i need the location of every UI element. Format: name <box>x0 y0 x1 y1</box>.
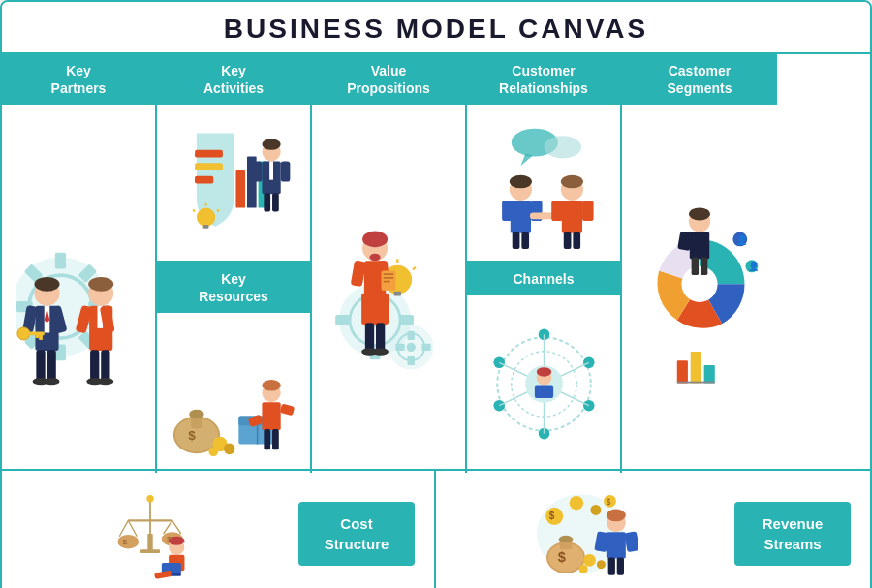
svg-rect-40 <box>235 170 245 208</box>
svg-text:$: $ <box>188 428 196 443</box>
svg-point-11 <box>35 277 60 292</box>
svg-rect-53 <box>280 162 290 182</box>
svg-line-162 <box>119 520 128 536</box>
svg-point-94 <box>362 232 388 248</box>
svg-line-167 <box>172 520 181 534</box>
svg-line-163 <box>128 520 137 536</box>
key-partners-content <box>2 105 155 473</box>
canvas-title: BUSINESS MODEL CANVAS <box>2 2 870 54</box>
revenue-streams-label: RevenueStreams <box>734 502 851 566</box>
svg-point-107 <box>372 349 389 356</box>
svg-marker-109 <box>520 154 533 167</box>
key-partners-label: KeyPartners <box>2 54 155 105</box>
svg-rect-97 <box>361 294 389 325</box>
key-activities-column: KeyActivities ✓ ✓ <box>157 54 312 473</box>
svg-rect-37 <box>195 176 213 184</box>
svg-rect-17 <box>36 351 45 383</box>
svg-point-190 <box>559 536 574 542</box>
svg-point-174 <box>169 537 184 545</box>
key-activities-content: ✓ ✓ <box>157 105 310 264</box>
svg-rect-35 <box>195 150 223 158</box>
customer-column: CustomerRelationships <box>467 54 622 473</box>
revenue-streams-cell: $ $ $ <box>436 471 870 588</box>
key-partners-cell: KeyPartners <box>2 54 157 473</box>
svg-rect-144 <box>534 386 552 399</box>
svg-rect-121 <box>551 201 563 221</box>
business-model-canvas: BUSINESS MODEL CANVAS KeyPartners <box>0 0 872 588</box>
cost-structure-cell: $ $ <box>2 471 436 588</box>
svg-rect-159 <box>701 258 707 276</box>
svg-rect-170 <box>147 534 152 551</box>
svg-point-34 <box>98 378 114 385</box>
svg-rect-44 <box>202 225 208 229</box>
svg-rect-102 <box>383 277 393 279</box>
svg-rect-114 <box>502 201 514 221</box>
svg-line-166 <box>164 520 172 534</box>
svg-rect-85 <box>408 356 415 365</box>
customer-relationships-content <box>467 105 620 264</box>
svg-rect-54 <box>264 194 270 212</box>
svg-point-172 <box>146 495 153 502</box>
svg-point-183 <box>590 505 601 515</box>
svg-rect-73 <box>272 429 279 449</box>
svg-rect-86 <box>395 344 404 351</box>
svg-rect-200 <box>617 558 624 575</box>
svg-rect-55 <box>272 194 279 212</box>
svg-rect-199 <box>608 558 615 575</box>
svg-rect-89 <box>394 292 401 296</box>
svg-text:👤: 👤 <box>748 262 760 273</box>
svg-rect-126 <box>573 232 580 249</box>
svg-rect-150 <box>677 361 688 384</box>
svg-point-63 <box>208 448 218 457</box>
svg-line-46 <box>193 210 195 212</box>
svg-rect-51 <box>269 162 273 180</box>
svg-point-49 <box>262 139 280 151</box>
svg-point-68 <box>262 380 280 391</box>
svg-point-143 <box>536 367 550 377</box>
svg-line-47 <box>217 210 219 212</box>
key-activities-label: KeyActivities <box>157 54 310 105</box>
svg-rect-24 <box>35 335 39 339</box>
svg-point-62 <box>223 444 234 455</box>
key-resources-cell: KeyResources $ <box>157 263 310 473</box>
svg-text:$: $ <box>549 511 555 521</box>
svg-rect-101 <box>383 274 393 276</box>
svg-point-21 <box>17 327 30 340</box>
svg-rect-152 <box>704 365 715 384</box>
svg-point-26 <box>88 277 113 292</box>
svg-rect-72 <box>264 429 270 449</box>
svg-rect-124 <box>521 232 529 249</box>
svg-rect-18 <box>47 351 56 383</box>
channels-content <box>467 295 620 473</box>
svg-point-130 <box>583 357 595 369</box>
svg-point-193 <box>579 565 588 573</box>
svg-rect-151 <box>691 352 701 384</box>
svg-point-145 <box>681 266 717 302</box>
svg-text:$: $ <box>123 538 127 546</box>
svg-rect-105 <box>376 324 385 353</box>
svg-rect-104 <box>365 324 374 353</box>
svg-point-164 <box>117 535 139 549</box>
svg-rect-69 <box>262 403 280 431</box>
bottom-section: $ $ <box>2 471 870 588</box>
key-activities-cell: KeyActivities ✓ ✓ <box>157 54 310 263</box>
svg-rect-81 <box>399 315 414 325</box>
svg-point-191 <box>583 554 596 567</box>
svg-rect-31 <box>90 351 99 383</box>
svg-rect-32 <box>101 351 109 383</box>
svg-text:✓: ✓ <box>189 150 197 161</box>
svg-rect-71 <box>279 404 295 417</box>
svg-rect-153 <box>677 382 715 384</box>
svg-rect-36 <box>195 164 223 171</box>
svg-rect-52 <box>252 162 262 182</box>
channels-cell: Channels <box>467 263 620 473</box>
svg-text:$: $ <box>558 549 566 565</box>
svg-point-43 <box>196 208 214 227</box>
svg-point-195 <box>607 510 626 522</box>
channels-label: Channels <box>467 263 620 295</box>
svg-rect-2 <box>55 253 66 269</box>
svg-rect-125 <box>563 232 571 249</box>
svg-text:✓: ✓ <box>189 163 197 173</box>
value-propositions-cell: ValuePropositions <box>312 54 467 473</box>
svg-text:$: $ <box>607 498 611 507</box>
